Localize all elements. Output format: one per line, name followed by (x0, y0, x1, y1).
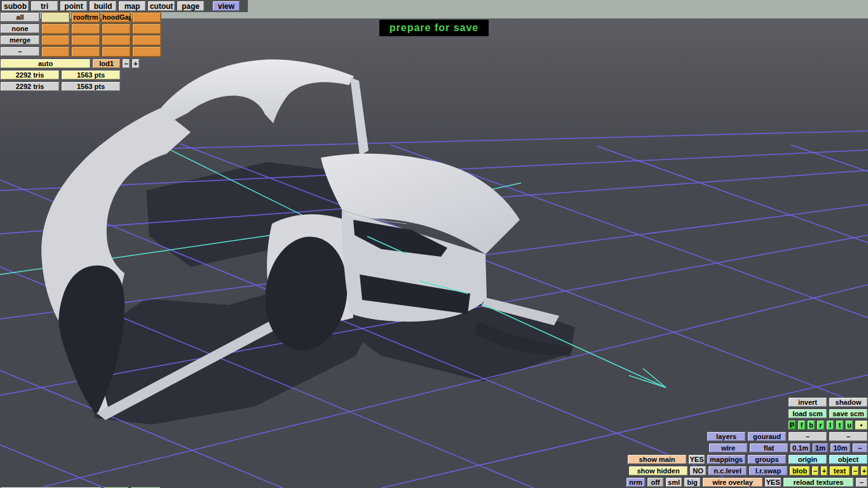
tab-page[interactable]: page (177, 1, 205, 11)
view-blank-r4c5[interactable]: – (852, 443, 868, 453)
view-10m-r4c4[interactable]: 10m (830, 443, 851, 453)
view-no-r6c1[interactable]: NO (689, 466, 707, 476)
view-invert-r0c0[interactable]: invert (788, 397, 827, 407)
view-off-r7c1[interactable]: off (647, 477, 664, 487)
tab-cutout[interactable]: cutout (147, 1, 175, 11)
view-blob-r6c4[interactable]: blob (789, 466, 810, 476)
view-big-r7c3[interactable]: big (684, 477, 701, 487)
subob-none-button[interactable]: none (0, 24, 40, 34)
slot-cell-r3c2[interactable] (102, 46, 131, 57)
pts-count-1: 1563 pts (61, 81, 121, 92)
view-nrm-r7c0[interactable]: nrm (626, 477, 646, 487)
auto-lod-button[interactable]: auto (0, 58, 91, 69)
view-p-r2c0[interactable]: P (788, 420, 796, 430)
slot-cell-r1c2[interactable] (102, 24, 131, 34)
slot-cell-r0c3[interactable] (132, 12, 161, 23)
tab-subob[interactable]: subob (1, 1, 29, 11)
slot-cell-r1c1[interactable] (71, 24, 100, 34)
slot-cell-r3c1[interactable] (71, 46, 100, 57)
view-blank-r6c9[interactable]: + (860, 466, 868, 476)
view-0.1m-r4c2[interactable]: 0.1m (790, 443, 811, 453)
view-b-r2c2[interactable]: b (807, 420, 815, 430)
subob-merge-button[interactable]: merge (0, 35, 40, 45)
view-text-r6c7[interactable]: text (829, 466, 850, 476)
view-reload-textures-r7c6[interactable]: reload textures (783, 477, 854, 487)
view-wire-overlay-r7c4[interactable]: wire overlay (702, 477, 763, 487)
view-mappings-r5c2[interactable]: mappings (707, 454, 746, 464)
view-layers-r3c0[interactable]: layers (707, 431, 746, 442)
view-f-r2c1[interactable]: f (797, 420, 806, 430)
view-blank-r6c6[interactable]: + (820, 466, 828, 476)
tab-view[interactable]: view (212, 1, 240, 11)
save-status-banner: prepare for save (379, 20, 489, 36)
lod-level-button[interactable]: lod1 (92, 58, 121, 69)
view-groups-r5c3[interactable]: groups (747, 454, 787, 464)
view-blank-r6c8[interactable]: – (851, 466, 859, 476)
tab-tri[interactable]: tri (31, 1, 58, 11)
view-t-r2c5[interactable]: t (836, 420, 844, 430)
view-blank-r3c2[interactable]: – (788, 431, 827, 442)
subob-all-button[interactable]: all (0, 12, 40, 22)
view-shadow-r0c1[interactable]: shadow (829, 397, 868, 407)
app-window: subobtripointbuildmapcutoutpageview prep… (0, 0, 868, 488)
slot-cell-r2c3[interactable] (132, 35, 161, 46)
tab-point[interactable]: point (60, 1, 88, 11)
view-gouraud-r3c1[interactable]: gouraud (747, 431, 787, 442)
view-n.c.level-r6c2[interactable]: n.c.level (708, 466, 747, 476)
view-object-r5c5[interactable]: object (829, 454, 868, 464)
view-flat-r4c1[interactable]: flat (749, 443, 789, 453)
pts-count-0: 1563 pts (61, 70, 121, 80)
view-yes-r7c5[interactable]: YES (764, 477, 782, 487)
tris-count-0: 2292 tris (0, 70, 60, 80)
tab-map[interactable]: map (118, 1, 146, 11)
tab-build[interactable]: build (89, 1, 117, 11)
view-yes-r5c1[interactable]: YES (688, 454, 705, 464)
tris-count-1: 2292 tris (0, 81, 60, 92)
view-blank-r6c5[interactable]: – (811, 466, 819, 476)
view-wire-r4c0[interactable]: wire (709, 443, 748, 453)
view-l.r.swap-r6c3[interactable]: l.r.swap (749, 466, 788, 476)
view-blank-r3c3[interactable]: – (829, 431, 868, 442)
view-show-hidden-r6c0[interactable]: show hidden (628, 466, 688, 476)
subob-blank-button[interactable]: – (0, 46, 40, 57)
view-load-scm-r1c0[interactable]: load scm (788, 409, 827, 419)
slot-cell-r0c1[interactable]: rooftrm (71, 12, 100, 23)
view-show-main-r5c0[interactable]: show main (627, 454, 687, 464)
slot-cell-r1c0[interactable] (41, 24, 70, 34)
view-u-r2c6[interactable]: u (845, 420, 853, 430)
slot-cell-r3c3[interactable] (132, 46, 161, 57)
view-l-r2c4[interactable]: l (826, 420, 834, 430)
view-1m-r4c3[interactable]: 1m (812, 443, 829, 453)
view-save-scm-r1c1[interactable]: save scm (829, 409, 868, 419)
lod-plus-button[interactable]: + (132, 58, 140, 69)
slot-cell-r0c0[interactable] (41, 12, 70, 23)
menu-bar: subobtripointbuildmapcutoutpageview (0, 0, 240, 11)
view-r-r2c3[interactable]: r (817, 420, 825, 430)
view-origin-r5c4[interactable]: origin (788, 454, 827, 464)
view-blank-r7c7[interactable]: – (855, 477, 868, 487)
slot-cell-r0c2[interactable]: hoodGap (102, 12, 131, 23)
view-blank-r2c7[interactable]: • (855, 420, 868, 430)
slot-cell-r2c0[interactable] (41, 35, 70, 46)
slot-cell-r1c3[interactable] (132, 24, 161, 34)
lod-minus-button[interactable]: – (122, 58, 130, 69)
slot-cell-r2c1[interactable] (71, 35, 100, 46)
slot-cell-r2c2[interactable] (102, 35, 131, 46)
view-sml-r7c2[interactable]: sml (665, 477, 682, 487)
viewport-3d[interactable] (0, 0, 868, 488)
slot-cell-r3c0[interactable] (41, 46, 70, 57)
